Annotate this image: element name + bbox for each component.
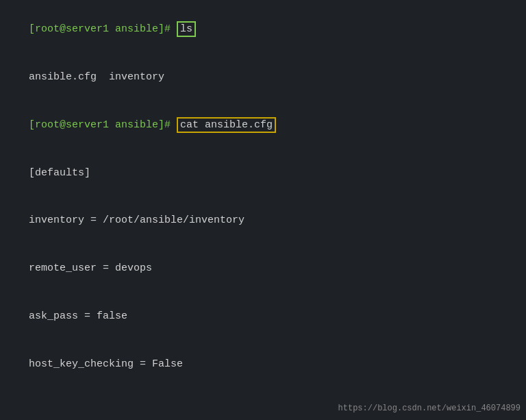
terminal-window: [root@server1 ansible]# ls ansible.cfg i… — [0, 0, 526, 420]
host-key-checking-value: host_key_checking = False — [29, 358, 183, 370]
command-ls-highlighted: ls — [177, 21, 196, 37]
empty-line-1 — [4, 388, 522, 404]
command-cat-cfg-highlighted: cat ansible.cfg — [177, 117, 276, 133]
prompt-ls: [root@server1 ansible]# — [29, 23, 177, 35]
ls-output: ansible.cfg inventory — [4, 53, 522, 101]
ask-pass-value: ask_pass = false — [29, 310, 127, 322]
defaults-section: [defaults] — [4, 149, 522, 197]
command-line-cat-cfg: [root@server1 ansible]# cat ansible.cfg — [4, 101, 522, 149]
prompt-cat-cfg: [root@server1 ansible]# — [29, 119, 177, 131]
host-key-checking-setting: host_key_checking = False — [4, 340, 522, 388]
inventory-value: inventory = /root/ansible/inventory — [29, 214, 245, 226]
command-line-ls: [root@server1 ansible]# ls — [4, 5, 522, 53]
ls-output-text: ansible.cfg inventory — [29, 71, 164, 83]
remote-user-value: remote_user = devops — [29, 262, 152, 274]
remote-user-setting: remote_user = devops — [4, 245, 522, 293]
ask-pass-setting: ask_pass = false — [4, 293, 522, 341]
watermark: https://blog.csdn.net/weixin_46074899 — [338, 404, 521, 413]
inventory-setting: inventory = /root/ansible/inventory — [4, 197, 522, 245]
defaults-header: [defaults] — [29, 167, 90, 179]
